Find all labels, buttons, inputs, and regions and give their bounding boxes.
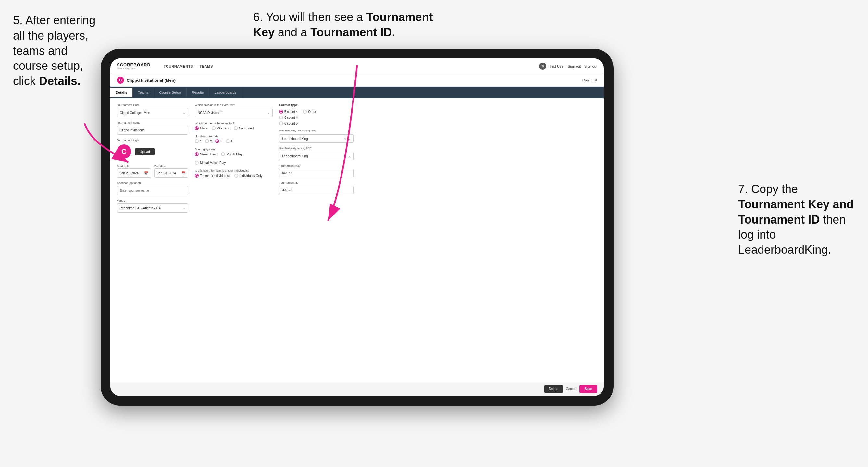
third-party1-value: Leaderboard King <box>282 137 308 141</box>
logo-label: Tournament logo <box>117 138 188 142</box>
radio-stroke <box>195 152 199 156</box>
radio-individuals <box>235 174 238 178</box>
upload-button[interactable]: Upload <box>135 148 155 155</box>
third-party2-select[interactable]: Leaderboard King ✕ ⌄ <box>279 152 354 160</box>
scoring-stroke[interactable]: Stroke Play <box>195 152 217 156</box>
round-4[interactable]: 4 <box>226 139 233 143</box>
combined-label: Combined <box>239 127 254 130</box>
tab-teams[interactable]: Teams <box>133 88 154 97</box>
division-dropdown[interactable]: NCAA Division III ⌄ <box>195 108 273 117</box>
format-6count4[interactable]: 6 count 4 <box>279 116 354 119</box>
gender-mens[interactable]: Mens <box>195 126 208 130</box>
radio-6count5 <box>279 121 283 125</box>
name-input[interactable]: Clippd Invitational <box>117 126 188 135</box>
scoring-medal[interactable]: Medal Match Play <box>195 161 226 164</box>
venue-dropdown[interactable]: Peachtree GC - Atlanta - GA <box>117 204 188 213</box>
name-field-group: Tournament name Clippd Invitational <box>117 121 188 135</box>
host-dropdown[interactable]: Clippd College - Men <box>117 108 188 117</box>
select-actions-2: ✕ ⌄ <box>344 154 351 158</box>
mens-label: Mens <box>200 127 208 130</box>
tab-course-setup[interactable]: Course Setup <box>154 88 186 97</box>
logo-area: C Upload <box>117 145 188 159</box>
gender-combined[interactable]: Combined <box>234 126 254 130</box>
calendar-icon: 📅 <box>144 172 148 175</box>
tournament-key-label: Tournament Key <box>279 164 354 167</box>
third-party1-label: Use third-party live scoring API? <box>279 129 354 132</box>
teams-plus-individuals[interactable]: Teams (+Individuals) <box>195 174 230 178</box>
format-6count5[interactable]: 6 count 5 <box>279 121 354 125</box>
round-3[interactable]: 3 <box>215 139 222 143</box>
tablet-device: SCOREBOARD Powered by clippd TOURNAMENTS… <box>101 49 614 406</box>
delete-button[interactable]: Delete <box>545 385 563 393</box>
user-label: Test User <box>550 64 564 68</box>
tab-leaderboards[interactable]: Leaderboards <box>209 88 242 97</box>
save-button[interactable]: Save <box>580 385 597 393</box>
nav-teams[interactable]: TEAMS <box>199 64 213 68</box>
round-1[interactable]: 1 <box>195 139 202 143</box>
gender-womens[interactable]: Womens <box>212 126 229 130</box>
header-cancel-button[interactable]: Cancel ✕ <box>582 78 597 83</box>
radio-6count4 <box>279 116 283 119</box>
radio-round-3 <box>215 139 219 143</box>
third-party1-select[interactable]: Leaderboard King ✕ ⌄ <box>279 134 354 143</box>
annotation-top-right: 6. You will then see a Tournament Key an… <box>253 10 448 40</box>
host-label: Tournament Host <box>117 103 188 107</box>
individuals-only[interactable]: Individuals Only <box>235 174 262 178</box>
format-6count5-label: 6 count 5 <box>284 122 298 125</box>
division-value: NCAA Division III <box>198 111 222 115</box>
round-2[interactable]: 2 <box>205 139 212 143</box>
sponsor-input[interactable] <box>117 186 188 195</box>
end-date-input[interactable]: Jan 23, 2024 📅 <box>154 168 188 178</box>
nav-links: TOURNAMENTS TEAMS <box>164 64 213 68</box>
format-5count4[interactable]: 5 count 4 <box>279 110 298 114</box>
tab-results[interactable]: Results <box>187 88 209 97</box>
left-column: Tournament Host Clippd College - Men Tou… <box>117 103 188 376</box>
radio-match <box>221 152 225 156</box>
logo-letter: C <box>121 147 127 156</box>
rounds-field-group: Number of rounds 1 2 3 <box>195 135 273 143</box>
clear-icon-2[interactable]: ✕ <box>344 154 346 158</box>
radio-other <box>303 110 307 114</box>
teams-label: Is this event for Teams and/or Individua… <box>195 169 273 172</box>
scoring-match[interactable]: Match Play <box>221 152 242 156</box>
tournament-name: Clippd Invitational (Men) <box>127 78 176 83</box>
stroke-label: Stroke Play <box>200 153 217 156</box>
end-value: Jan 23, 2024 <box>157 172 176 175</box>
start-date-input[interactable]: Jan 21, 2024 📅 <box>117 168 151 178</box>
gender-radio-group: Mens Womens Combined <box>195 126 273 130</box>
signout-link[interactable]: Sign out <box>568 64 581 68</box>
format-other[interactable]: Other <box>303 110 316 114</box>
end-date-field: End date Jan 23, 2024 📅 <box>154 163 188 178</box>
signout-text[interactable]: Sign out <box>584 64 597 68</box>
chevron-icon-1[interactable]: ⌄ <box>348 137 351 140</box>
teams-radio-group: Teams (+Individuals) Individuals Only <box>195 174 273 178</box>
bottom-bar: Delete Cancel Save <box>111 382 604 396</box>
tournament-key-value: b4f6b7 <box>279 169 354 177</box>
sponsor-label: Sponsor (optional) <box>117 181 188 185</box>
calendar-icon-end: 📅 <box>182 172 185 175</box>
match-label: Match Play <box>226 153 242 156</box>
radio-5count4 <box>279 110 283 114</box>
select-actions-1: ✕ ⌄ <box>344 137 351 140</box>
rounds-radio-group: 1 2 3 4 <box>195 139 273 143</box>
start-date-field: Start date Jan 21, 2024 📅 <box>117 163 151 178</box>
chevron-icon-2[interactable]: ⌄ <box>348 154 351 158</box>
top-navigation: SCOREBOARD Powered by clippd TOURNAMENTS… <box>111 58 604 74</box>
clear-icon-1[interactable]: ✕ <box>344 137 346 140</box>
cancel-button[interactable]: Cancel <box>566 387 576 391</box>
nav-tournaments[interactable]: TOURNAMENTS <box>164 64 193 68</box>
round-3-label: 3 <box>220 139 222 143</box>
third-party2-value: Leaderboard King <box>282 154 308 158</box>
tab-details[interactable]: Details <box>111 88 133 97</box>
tournament-id-section: Tournament ID 302051 <box>279 181 354 194</box>
tournament-id-label: Tournament ID <box>279 181 354 184</box>
radio-combined <box>234 126 238 130</box>
radio-round-2 <box>205 139 209 143</box>
tournament-title-area: C Clippd Invitational (Men) <box>117 76 176 84</box>
tournament-key-section: Tournament Key b4f6b7 <box>279 164 354 177</box>
format-field-group: Format type 5 count 4 Other <box>279 103 354 125</box>
radio-womens <box>212 126 216 130</box>
tournament-logo-circle: C <box>117 76 124 84</box>
name-value: Clippd Invitational <box>120 128 146 132</box>
date-row: Start date Jan 21, 2024 📅 End date Jan 2… <box>117 163 188 178</box>
